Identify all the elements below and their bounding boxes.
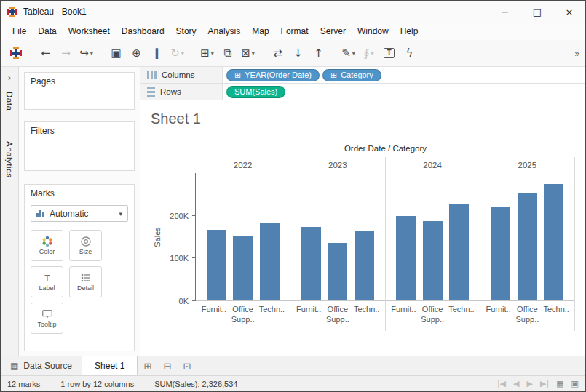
bar-mark[interactable] [328, 243, 347, 300]
menu-format[interactable]: Format [275, 23, 314, 40]
last-page-icon[interactable]: ▶| [540, 379, 549, 388]
minimize-button[interactable]: − [489, 1, 521, 23]
rows-shelf[interactable]: Rows SUM(Sales) [140, 84, 585, 100]
column-field-header[interactable]: Order Date / Category [196, 144, 575, 157]
menu-map[interactable]: Map [246, 23, 274, 40]
year-header[interactable]: 2023 [290, 157, 384, 173]
y-axis[interactable]: Sales 0K100K200K [151, 173, 196, 301]
first-page-icon[interactable]: |◀ [497, 379, 506, 388]
dropdown-caret-icon: ▾ [181, 50, 184, 57]
tab-data-source[interactable]: ▦ Data Source [1, 356, 82, 375]
category-label[interactable]: Furnit.. [199, 304, 229, 325]
toolbar-overflow-icon[interactable]: » [574, 48, 580, 59]
redo-icon[interactable]: → [57, 44, 75, 63]
bar-mark[interactable] [396, 216, 416, 300]
year-header[interactable]: 2025 [480, 157, 574, 173]
size-button[interactable]: Size [69, 230, 102, 261]
close-button[interactable]: × [553, 1, 585, 23]
pill-sum-sales-[interactable]: SUM(Sales) [226, 86, 285, 98]
undo-icon[interactable]: ← [36, 44, 55, 63]
run-updates-icon[interactable]: ↻▾ [168, 44, 186, 63]
lightning-icon[interactable]: ϟ [400, 44, 419, 63]
category-label[interactable]: Techn.. [352, 304, 381, 325]
category-label[interactable]: Furnit.. [389, 304, 419, 325]
new-worksheet-icon[interactable]: ⊞▾ [198, 44, 216, 63]
new-dashboard-tab-icon[interactable]: ⊟ [157, 356, 177, 375]
category-label[interactable]: Furnit.. [484, 304, 513, 325]
bar-mark[interactable] [207, 230, 226, 300]
bar-mark[interactable] [518, 193, 537, 300]
grid-size: 1 row by 12 columns [60, 380, 134, 388]
new-datasource-icon[interactable]: ⊕ [127, 44, 146, 63]
menu-help[interactable]: Help [395, 23, 424, 40]
duplicate-sheet-icon[interactable]: ⧉ [218, 44, 237, 63]
bar-mark[interactable] [491, 207, 510, 300]
category-label[interactable]: Techn.. [447, 304, 476, 325]
save-icon[interactable]: ▣ [107, 44, 125, 63]
sort-ascending-icon[interactable]: ↓ [289, 44, 307, 63]
next-page-icon[interactable]: ▶ [527, 379, 533, 388]
sort-descending-icon[interactable]: ↑ [309, 44, 328, 63]
menu-window[interactable]: Window [352, 23, 395, 40]
replay-icon[interactable]: ↪▾ [77, 44, 95, 63]
bar-mark[interactable] [355, 231, 374, 300]
mark-labels-icon[interactable]: T [380, 44, 398, 63]
category-label[interactable]: OfficeSupp.. [229, 304, 258, 325]
bar-mark[interactable] [260, 223, 280, 300]
category-label[interactable]: Techn.. [542, 304, 571, 325]
prev-page-icon[interactable]: ◀ [513, 379, 519, 388]
show-grid-icon[interactable]: ▦ [556, 379, 563, 388]
year-header[interactable]: 2024 [386, 157, 480, 173]
bar-mark[interactable] [423, 221, 443, 300]
expand-plus-icon[interactable]: ⊞ [234, 71, 241, 80]
bar-mark[interactable] [449, 204, 469, 300]
tableau-logo-icon[interactable] [7, 44, 25, 63]
category-label[interactable]: Techn.. [258, 304, 287, 325]
category-label[interactable]: OfficeSupp.. [323, 304, 352, 325]
tab-sheet-1[interactable]: Sheet 1 [82, 356, 138, 375]
tab-data[interactable]: Data [5, 92, 14, 111]
tooltip-button[interactable]: Tooltip [31, 303, 63, 334]
columns-shelf[interactable]: Columns ⊞YEAR(Order Date)⊞Category [140, 67, 585, 84]
new-worksheet-tab-icon[interactable]: ⊞ [138, 356, 157, 375]
titlebar[interactable]: Tableau - Book1 − □ × [1, 1, 585, 23]
dropdown-caret-icon: ▾ [352, 50, 355, 57]
paperclip-icon[interactable]: ∮▾ [360, 44, 378, 63]
filters-shelf[interactable]: Filters [24, 121, 135, 171]
swap-axes-icon[interactable]: ⇄ [269, 44, 287, 63]
maximize-button[interactable]: □ [521, 1, 553, 23]
new-story-tab-icon[interactable]: ⊡ [177, 356, 197, 375]
category-label[interactable]: OfficeSupp.. [418, 304, 447, 325]
category-label[interactable]: Furnit.. [294, 304, 323, 325]
expand-plus-icon[interactable]: ⊞ [330, 71, 337, 80]
menu-file[interactable]: File [7, 23, 32, 40]
menu-worksheet[interactable]: Worksheet [63, 23, 116, 40]
columns-pills-area[interactable]: ⊞YEAR(Order Date)⊞Category [223, 67, 585, 83]
bar-mark[interactable] [544, 184, 563, 300]
bar-mark[interactable] [301, 227, 321, 300]
menu-server[interactable]: Server [314, 23, 352, 40]
bar-mark[interactable] [233, 236, 253, 300]
clear-sheet-icon[interactable]: ⊠▾ [239, 44, 257, 63]
year-header[interactable]: 2022 [196, 157, 290, 173]
pill-year-order-date-[interactable]: ⊞YEAR(Order Date) [226, 69, 320, 81]
pages-shelf[interactable]: Pages [24, 72, 135, 110]
mark-type-dropdown[interactable]: Automatic ▾ [31, 205, 128, 222]
menu-story[interactable]: Story [170, 23, 202, 40]
presentation-mode-icon[interactable]: ▣ [571, 379, 579, 388]
expand-pane-icon[interactable]: › [8, 73, 12, 83]
menu-analysis[interactable]: Analysis [202, 23, 247, 40]
worksheet-view: Sheet 1 Order Date / Category Sales 0K10… [140, 100, 585, 356]
tab-analytics[interactable]: Analytics [5, 141, 14, 178]
highlight-icon[interactable]: ✎▾ [339, 44, 357, 63]
detail-button[interactable]: Detail [69, 266, 102, 297]
pause-updates-icon[interactable]: ∥ [148, 44, 166, 63]
menu-data[interactable]: Data [32, 23, 62, 40]
rows-pills-area[interactable]: SUM(Sales) [223, 84, 585, 100]
pill-category[interactable]: ⊞Category [322, 69, 381, 81]
label-button[interactable]: TLabel [31, 266, 63, 297]
category-labels: Furnit..OfficeSupp..Techn.. [386, 301, 480, 331]
color-button[interactable]: Color [31, 230, 63, 261]
category-label[interactable]: OfficeSupp.. [513, 304, 542, 325]
menu-dashboard[interactable]: Dashboard [116, 23, 170, 40]
